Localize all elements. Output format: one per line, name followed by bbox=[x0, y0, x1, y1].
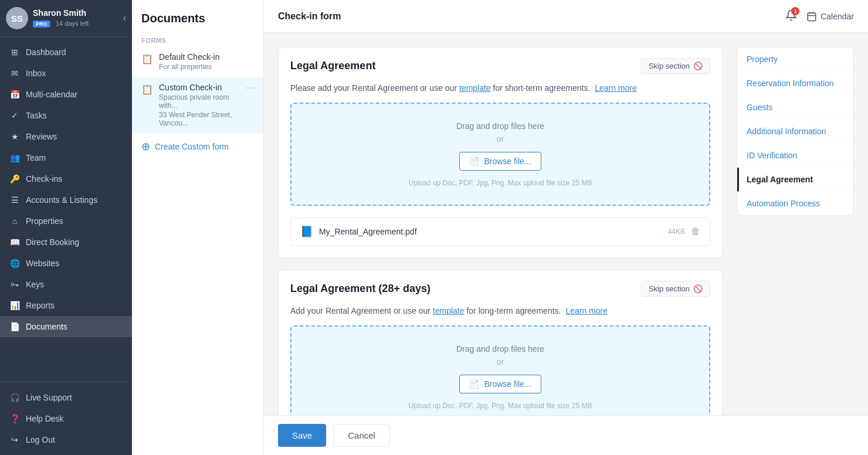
right-nav-legal-agreement[interactable]: Legal Agreement bbox=[737, 168, 853, 192]
create-form-label: Create Custom form bbox=[155, 142, 229, 151]
trial-text: 14 days left bbox=[56, 20, 89, 27]
sidebar-item-label: Team bbox=[26, 153, 46, 162]
grid-icon: ⊞ bbox=[9, 47, 20, 57]
file-icon: 📘 bbox=[300, 225, 313, 238]
skip-label: Skip section bbox=[649, 62, 690, 70]
sidebar-item-inbox[interactable]: ✉ Inbox bbox=[0, 63, 132, 84]
form-item-more-button[interactable]: ··· bbox=[246, 83, 254, 93]
users-icon: 👥 bbox=[9, 152, 20, 163]
sidebar-item-label: Direct Booking bbox=[26, 237, 79, 247]
form-item-custom-checkin[interactable]: 📋 Custom Check-in Spacious private room … bbox=[132, 77, 263, 133]
form-item-subtitle: 33 West Pender Street, Vancou... bbox=[159, 111, 240, 127]
legal-agreement-section: Legal Agreement Skip section 🚫 Please ad… bbox=[278, 47, 723, 258]
notification-button[interactable]: 1 bbox=[785, 9, 797, 23]
svg-rect-0 bbox=[808, 13, 816, 21]
bar-chart-icon: 📊 bbox=[9, 300, 20, 311]
sidebar-footer: 🎧 Live Support ❓ Help Desk ↪ Log Out bbox=[0, 382, 132, 455]
sidebar-item-label: Help Desk bbox=[26, 414, 64, 423]
legal-agreement-title: Legal Agreement bbox=[290, 60, 375, 72]
sidebar-item-label: Log Out bbox=[26, 435, 55, 444]
sidebar-item-reviews[interactable]: ★ Reviews bbox=[0, 126, 132, 147]
plus-icon: ⊕ bbox=[141, 140, 150, 153]
legal-agreement-long-header: Legal Agreement (28+ days) Skip section … bbox=[279, 270, 722, 305]
learn-more-link[interactable]: Learn more bbox=[595, 83, 637, 93]
right-nav: PropertyReservation InformationGuestsAdd… bbox=[737, 47, 854, 216]
drag-drop-text: Drag and drop files here bbox=[303, 121, 697, 131]
upload-area-long[interactable]: Drag and drop files here or 📄 Browse fil… bbox=[290, 325, 710, 415]
sidebar-item-label: Websites bbox=[26, 259, 59, 268]
sidebar-item-team[interactable]: 👥 Team bbox=[0, 147, 132, 168]
form-item-default-checkin[interactable]: 📋 Default Check-in For all properties bbox=[132, 46, 263, 77]
skip-section-long-button[interactable]: Skip section 🚫 bbox=[641, 281, 710, 297]
home-icon: ⌂ bbox=[9, 216, 20, 226]
browse-file-button[interactable]: 📄 Browse file... bbox=[459, 152, 541, 171]
sidebar-item-live-support[interactable]: 🎧 Live Support bbox=[0, 387, 132, 408]
document-icon: 📋 bbox=[141, 84, 153, 95]
right-nav-additional-information[interactable]: Additional Information bbox=[737, 120, 853, 144]
globe-icon: 🌐 bbox=[9, 258, 20, 269]
forms-label: FORMS bbox=[132, 32, 263, 46]
save-button[interactable]: Save bbox=[278, 424, 326, 447]
list-icon: ☰ bbox=[9, 195, 20, 205]
document-icon: 📋 bbox=[141, 53, 153, 64]
eye-off-long-icon: 🚫 bbox=[693, 284, 703, 293]
calendar-icon bbox=[806, 11, 817, 22]
main-content: Check-in form 1 Calendar bbox=[264, 0, 868, 455]
form-sections: Legal Agreement Skip section 🚫 Please ad… bbox=[278, 47, 723, 401]
or-text: or bbox=[303, 134, 697, 144]
cancel-button[interactable]: Cancel bbox=[333, 424, 390, 447]
file-name: My_Rental_Agreement.pdf bbox=[319, 227, 659, 236]
sidebar-item-checkins[interactable]: 🔑 Check-ins bbox=[0, 168, 132, 189]
delete-file-button[interactable]: 🗑 bbox=[691, 226, 700, 237]
legal-agreement-long-section: Legal Agreement (28+ days) Skip section … bbox=[278, 270, 723, 415]
sidebar-item-help-desk[interactable]: ❓ Help Desk bbox=[0, 408, 132, 429]
sidebar-item-log-out[interactable]: ↪ Log Out bbox=[0, 429, 132, 450]
right-nav-automation-process[interactable]: Automation Process bbox=[737, 192, 853, 215]
form-item-content: Custom Check-in Spacious private room wi… bbox=[159, 83, 240, 127]
main-header: Check-in form 1 Calendar bbox=[264, 0, 868, 33]
eye-off-icon: 🚫 bbox=[693, 62, 703, 70]
sidebar-item-tasks[interactable]: ✓ Tasks bbox=[0, 105, 132, 126]
calendar-button[interactable]: Calendar bbox=[806, 11, 854, 22]
or-long-text: or bbox=[303, 357, 697, 366]
log-out-icon: ↪ bbox=[9, 434, 20, 445]
sidebar-item-reports[interactable]: 📊 Reports bbox=[0, 295, 132, 316]
create-custom-form-button[interactable]: ⊕ Create Custom form bbox=[132, 133, 263, 160]
form-item-title: Custom Check-in bbox=[159, 83, 240, 92]
avatar: SS bbox=[6, 7, 28, 29]
right-nav-property[interactable]: Property bbox=[737, 47, 853, 72]
template-long-link[interactable]: template bbox=[433, 306, 464, 315]
page-title: Check-in form bbox=[278, 11, 341, 22]
sidebar-item-documents[interactable]: 📄 Documents bbox=[0, 316, 132, 337]
book-icon: 📖 bbox=[9, 237, 20, 247]
sidebar-item-label: Properties bbox=[26, 216, 63, 226]
sidebar-item-label: Dashboard bbox=[26, 47, 66, 57]
sidebar-item-multicalendar[interactable]: 📅 Multi-calendar bbox=[0, 84, 132, 105]
sidebar-item-accounts-listings[interactable]: ☰ Accounts & Listings bbox=[0, 189, 132, 210]
sidebar-item-direct-booking[interactable]: 📖 Direct Booking bbox=[0, 232, 132, 253]
sidebar-item-label: Reports bbox=[26, 301, 55, 310]
template-link[interactable]: template bbox=[459, 83, 491, 93]
sidebar-item-properties[interactable]: ⌂ Properties bbox=[0, 210, 132, 232]
upload-area[interactable]: Drag and drop files here or 📄 Browse fil… bbox=[290, 103, 710, 206]
star-icon: ★ bbox=[9, 131, 20, 142]
calendar-icon: 📅 bbox=[9, 89, 20, 100]
calendar-label: Calendar bbox=[820, 12, 854, 21]
sidebar-item-dashboard[interactable]: ⊞ Dashboard bbox=[0, 42, 132, 63]
headset-icon: 🎧 bbox=[9, 392, 20, 403]
form-item-subtitle: Spacious private room with... bbox=[159, 93, 240, 110]
sidebar-item-keys[interactable]: 🗝 Keys bbox=[0, 274, 132, 295]
skip-section-button[interactable]: Skip section 🚫 bbox=[641, 58, 710, 74]
middle-panel: Documents FORMS 📋 Default Check-in For a… bbox=[132, 0, 264, 455]
right-nav-reservation-information[interactable]: Reservation Information bbox=[737, 72, 853, 96]
collapse-sidebar-button[interactable]: ‹ bbox=[123, 13, 126, 23]
sidebar-item-websites[interactable]: 🌐 Websites bbox=[0, 253, 132, 274]
content-area: Legal Agreement Skip section 🚫 Please ad… bbox=[264, 33, 868, 415]
sidebar-item-label: Tasks bbox=[26, 111, 47, 120]
right-nav-id-verification[interactable]: ID Verification bbox=[737, 144, 853, 168]
right-sidebar: PropertyReservation InformationGuestsAdd… bbox=[737, 47, 854, 401]
learn-more-long-link[interactable]: Learn more bbox=[565, 306, 608, 315]
file-item: 📘 My_Rental_Agreement.pdf 44KB 🗑 bbox=[290, 218, 710, 246]
right-nav-guests[interactable]: Guests bbox=[737, 96, 853, 120]
browse-file-long-button[interactable]: 📄 Browse file... bbox=[459, 375, 541, 393]
